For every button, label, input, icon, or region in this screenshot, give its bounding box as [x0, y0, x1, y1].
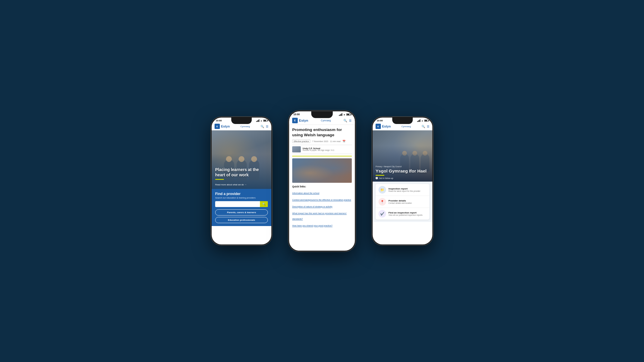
phone-3: 10:00 ▲ E Es	[372, 117, 433, 245]
article-meta: Effective practice 7 November 2023 11 mi…	[292, 139, 352, 143]
quick-link-3[interactable]: Description of nature of strategy or act…	[292, 206, 332, 208]
hero-title: Placing learners at the heart of our wor…	[215, 167, 268, 177]
phone-1: 10:00 ▲ E Es	[211, 117, 272, 245]
phone3-hero-text: Primary › Newport City Council Ysgol Gym…	[373, 163, 432, 182]
quick-link-item: Description of nature of strategy or act…	[292, 203, 352, 208]
phone3-status-icons: ▲	[417, 120, 428, 122]
find-provider-title: Find a provider	[215, 192, 268, 196]
search-input[interactable]	[215, 201, 260, 207]
menu-icon-3[interactable]: ☰	[427, 125, 429, 128]
education-professionals-button[interactable]: Education professionals	[215, 217, 268, 223]
phone1-nav-icons: 🔍 ☰	[261, 125, 268, 128]
status-dot	[376, 177, 378, 179]
article-image-bg	[292, 158, 352, 183]
folder-icon: 📁	[378, 186, 386, 194]
article-image	[292, 158, 352, 183]
wifi-icon: ▲	[260, 120, 262, 122]
info-card-item-1[interactable]: 📁 Inspection report Read the latest repo…	[376, 184, 429, 196]
search-icon-3[interactable]: 🔍	[422, 125, 425, 128]
card-title-3: Find an inspection report	[388, 211, 422, 214]
hero-link[interactable]: Read more about what we do →	[215, 183, 247, 186]
estyn-logo-text-2: Estyn	[299, 119, 308, 123]
phone3-cymraeg[interactable]: Cymraeg	[401, 125, 411, 128]
wifi-icon-3: ▲	[421, 120, 423, 122]
school-info: Undy C.P. School Number of pupils: 381 A…	[292, 145, 352, 154]
phone1-hero: Placing learners at the heart of our wor…	[212, 130, 271, 189]
estyn-logo-icon: E	[215, 124, 220, 129]
estyn-logo-icon-2: E	[292, 118, 298, 123]
card-sub-1: Read the latest report for this provider	[388, 190, 420, 192]
quick-link-2[interactable]: Context and background to the effective …	[292, 199, 351, 201]
info-card-content-2: Provider details Contact details and loc…	[388, 199, 412, 204]
battery-icon-3	[424, 120, 428, 122]
phone2-logo: E Estyn	[292, 118, 308, 123]
effective-practice-tag: Effective practice	[292, 139, 310, 143]
card-title-2: Provider details	[388, 199, 412, 202]
phones-container: 10:00 ▲ E Es	[211, 114, 433, 248]
phone2-body: Promoting enthusiasm for using Welsh lan…	[289, 125, 355, 230]
school-name-3: Ysgol Gymraeg Ifor Hael	[376, 168, 429, 174]
phone2-nav-icons: 🔍 ☰	[343, 119, 352, 122]
search-button[interactable]: 🔍	[260, 201, 268, 207]
school-thumbnail	[292, 146, 301, 152]
quick-link-5[interactable]: How have you shared your good practice?	[292, 225, 333, 227]
calendar-icon: 📅	[342, 140, 346, 142]
parents-button[interactable]: Parents, carers & learners	[215, 209, 268, 216]
battery-icon	[263, 120, 267, 122]
hero-accent-bar	[215, 179, 224, 180]
phone3-accent-bar	[376, 175, 384, 176]
menu-icon[interactable]: ☰	[266, 125, 268, 128]
quick-links-title: Quick links:	[292, 185, 352, 188]
school-details: Number of pupils: 381 Age range: 3-11	[303, 149, 334, 151]
quick-link-item: Information about the school	[292, 189, 352, 195]
phone3-nav-icons: 🔍 ☰	[422, 125, 429, 128]
phone3-notch	[392, 118, 413, 124]
phone2-time: 10:00	[293, 113, 299, 116]
signal-icon	[256, 120, 259, 122]
info-card-content-1: Inspection report Read the latest report…	[388, 187, 420, 192]
check-circle-icon: ✔️	[378, 210, 386, 218]
quick-link-item: How have you shared your good practice?	[292, 222, 352, 227]
phone1-cymraeg[interactable]: Cymraeg	[240, 125, 250, 128]
estyn-logo-text-3: Estyn	[382, 125, 391, 128]
find-provider-sub: Search our education & training provider…	[215, 196, 268, 199]
phone3-time: 10:00	[377, 119, 383, 122]
card-sub-3: View all our published inspection report…	[388, 214, 422, 216]
quick-link-item: What impact has this work had on provisi…	[292, 210, 352, 221]
phone-2: 10:00 ▲ E Es	[288, 111, 356, 252]
phone2-cymraeg[interactable]: Cymraeg	[321, 119, 331, 122]
quick-link-item: Context and background to the effective …	[292, 196, 352, 202]
breadcrumb: Primary › Newport City Council	[376, 166, 429, 168]
phone3-status: Not in follow-up	[376, 177, 429, 179]
article-accent-bar	[292, 156, 352, 156]
info-card-item-2[interactable]: 📍 Provider details Contact details and l…	[376, 196, 429, 208]
phone3-logo: E Estyn	[376, 124, 391, 129]
quick-link-1[interactable]: Information about the school	[292, 192, 319, 194]
location-icon: 📍	[378, 198, 386, 206]
phone2-notch	[311, 111, 333, 118]
phone1-time: 10:00	[216, 119, 222, 122]
wifi-icon-2: ▲	[343, 113, 345, 116]
estyn-logo-icon-3: E	[376, 124, 381, 129]
phone3-hero: Primary › Newport City Council Ysgol Gym…	[373, 130, 432, 182]
battery-icon-2	[346, 113, 351, 116]
quick-link-4[interactable]: What impact has this work had on provisi…	[292, 212, 347, 220]
cta-buttons: Parents, carers & learners Education pro…	[215, 209, 268, 223]
info-card-item-3[interactable]: ✔️ Find an inspection report View all ou…	[376, 208, 429, 220]
search-icon[interactable]: 🔍	[261, 125, 264, 128]
school-name: Undy C.P. School	[303, 147, 334, 149]
phone1-notch	[231, 118, 252, 124]
search-bar: 🔍	[215, 201, 268, 207]
status-text: Not in follow-up	[379, 177, 393, 179]
search-icon-2[interactable]: 🔍	[343, 119, 347, 122]
estyn-logo-text: Estyn	[221, 125, 230, 128]
signal-icon-3	[417, 120, 420, 122]
phone1-hero-text: Placing learners at the heart of our wor…	[212, 164, 271, 189]
phone1-body: Find a provider Search our education & t…	[212, 189, 271, 226]
menu-icon-2[interactable]: ☰	[349, 119, 352, 122]
card-sub-2: Contact details and location	[388, 202, 412, 204]
article-read-time: 11 min read	[330, 140, 340, 142]
signal-icon-2	[339, 113, 342, 116]
phone1-status-icons: ▲	[256, 120, 267, 122]
article-title: Promoting enthusiasm for using Welsh lan…	[292, 127, 352, 137]
